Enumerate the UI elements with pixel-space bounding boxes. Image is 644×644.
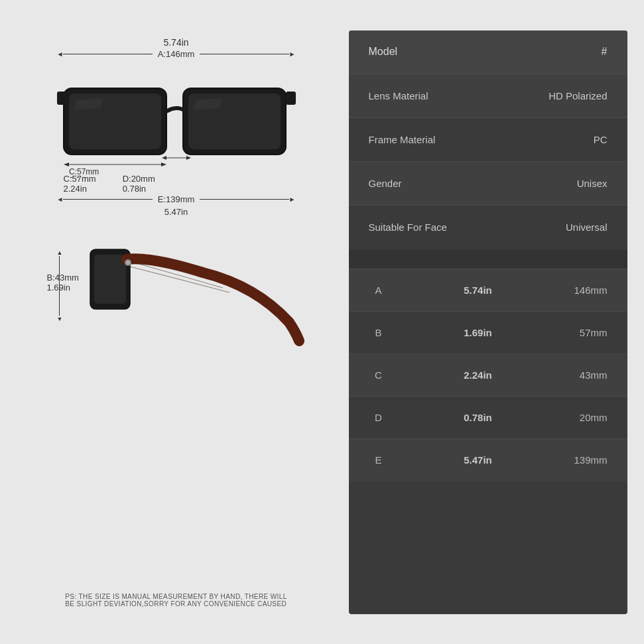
- dim-row-d: D 0.78in 20mm: [349, 397, 627, 439]
- dim-letter-b: B: [369, 327, 389, 338]
- dim-row-a: A 5.74in 146mm: [349, 269, 627, 312]
- spec-value-2: Unisex: [577, 178, 608, 189]
- dim-mm-d: 20mm: [568, 412, 608, 423]
- table-header-row: Model #: [349, 31, 627, 74]
- header-col2: #: [602, 46, 608, 58]
- spec-row-3: Suitable For Face Universal: [349, 206, 627, 249]
- d-label: D:20mm: [123, 174, 155, 184]
- footnote-line1: PS: THE SIZE IS MANUAL MEASUREMENT BY HA…: [65, 593, 287, 600]
- svg-marker-8: [161, 162, 166, 166]
- svg-point-17: [126, 261, 130, 265]
- a-label: A:146mm: [153, 49, 200, 59]
- spec-rows: Lens Material HD Polarized Frame Materia…: [349, 74, 627, 249]
- d-sub: 0.78in: [123, 184, 155, 194]
- svg-marker-13: [186, 156, 191, 160]
- spec-label-1: Frame Material: [369, 134, 436, 145]
- spec-row-0: Lens Material HD Polarized: [349, 74, 627, 118]
- right-panel: Model # Lens Material HD Polarized Frame…: [349, 31, 627, 614]
- glasses-side-image: ▲ ▼ B:43mm 1.69in: [50, 236, 302, 355]
- dim-mm-b: 57mm: [568, 327, 608, 338]
- dim-rows: A 5.74in 146mm B 1.69in 57mm C 2.24in 43…: [349, 269, 627, 482]
- dim-inches-b: 1.69in: [452, 327, 505, 338]
- dim-mm-c: 43mm: [568, 369, 608, 381]
- left-panel: 5.74in ◄ A:146mm ►: [17, 31, 336, 614]
- dim-inches-e: 5.47in: [452, 454, 505, 466]
- dim-row-e: E 5.47in 139mm: [349, 439, 627, 482]
- table-divider: [349, 249, 627, 269]
- svg-rect-15: [94, 255, 126, 304]
- footnote-line2: BE SLIGHT DEVIATION,SORRY FOR ANY CONVEN…: [65, 600, 287, 608]
- dim-inches-c: 2.24in: [452, 369, 505, 381]
- header-col1: Model: [369, 46, 398, 58]
- svg-marker-7: [64, 162, 69, 166]
- top-inch-label: 5.74in: [57, 37, 296, 48]
- dim-inches-d: 0.78in: [452, 412, 505, 423]
- spec-row-1: Frame Material PC: [349, 118, 627, 162]
- svg-rect-5: [286, 92, 296, 105]
- spec-value-0: HD Polarized: [548, 90, 607, 101]
- dim-mm-e: 139mm: [568, 454, 608, 466]
- main-container: 5.74in ◄ A:146mm ►: [17, 31, 627, 614]
- dim-letter-d: D: [369, 412, 389, 423]
- e-label: E:139mm: [153, 194, 200, 204]
- svg-rect-4: [57, 92, 67, 105]
- dim-letter-c: C: [369, 369, 389, 381]
- svg-marker-12: [162, 156, 166, 160]
- dim-inches-a: 5.74in: [452, 285, 505, 296]
- spec-value-1: PC: [594, 134, 608, 145]
- spec-label-0: Lens Material: [369, 90, 428, 101]
- spec-label-3: Suitable For Face: [369, 222, 447, 233]
- e-sub: 5.47in: [164, 207, 188, 217]
- c-sub: 2.24in: [64, 184, 96, 194]
- spec-value-3: Universal: [566, 222, 608, 233]
- dim-row-c: C 2.24in 43mm: [349, 354, 627, 397]
- dim-row-b: B 1.69in 57mm: [349, 312, 627, 354]
- spec-row-2: Gender Unisex: [349, 162, 627, 206]
- dim-letter-a: A: [369, 285, 389, 296]
- c-label: C:57mm: [64, 174, 96, 184]
- dim-letter-e: E: [369, 454, 389, 466]
- glasses-front-image: C:57mm 2.24in C:57mm 2.24in D:20mm 0.78i…: [50, 62, 302, 181]
- dim-mm-a: 146mm: [568, 285, 608, 296]
- spec-label-2: Gender: [369, 178, 402, 189]
